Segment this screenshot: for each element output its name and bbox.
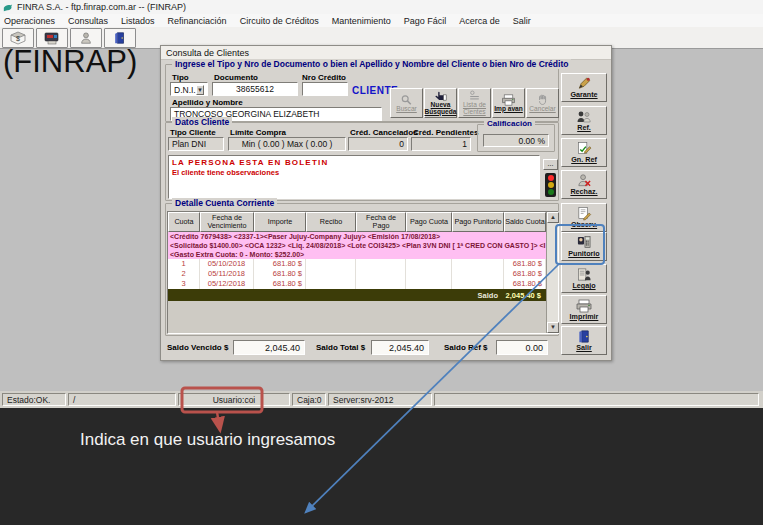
legajo-button[interactable]: Legajo: [561, 264, 607, 293]
references-people-icon: [576, 110, 592, 124]
nro-credito-input[interactable]: [302, 82, 348, 96]
garante-button[interactable]: Garante: [561, 73, 607, 102]
menu-acerca-de[interactable]: Acerca de: [459, 16, 500, 26]
scroll-up-icon[interactable]: ▲: [547, 212, 559, 223]
datos-cliente-label: Datos Cliente: [172, 117, 232, 127]
status-path: /: [68, 393, 176, 406]
exit-door-icon: [113, 31, 127, 45]
table-cell: 05/10/2018: [200, 259, 254, 269]
detalle-label: Detalle Cuenta Corriente: [172, 198, 277, 208]
consulta-de-clientes-dialog: Consulta de Clientes Ingrese el Tipo y N…: [160, 45, 612, 361]
grid-vertical-scrollbar[interactable]: ▲ ▼: [546, 212, 558, 333]
ref-button[interactable]: Ref.: [561, 106, 607, 135]
menu-listados[interactable]: Listados: [121, 16, 155, 26]
table-cell: [452, 279, 504, 289]
table-cell: [452, 259, 504, 269]
annotation-callout-text: Indica en que usuario ingresamos: [80, 430, 335, 450]
col-header-pago-cuota[interactable]: Pago Cuota: [406, 212, 452, 232]
table-cell: 1: [168, 259, 200, 269]
credit-info-row[interactable]: <Gasto Extra Cuota: 0 - Monto: $252.00>: [168, 250, 546, 259]
limite-compra-label: Límite Compra: [230, 128, 286, 137]
nro-credito-label: Nro Crédito: [302, 73, 346, 82]
col-header-saldo-cuota[interactable]: Saldo Cuota: [504, 212, 546, 232]
buscar-button[interactable]: Buscar: [390, 88, 423, 118]
calificacion-value: 0.00 %: [483, 134, 549, 147]
menu-circuito-creditos[interactable]: Circuito de Créditos: [240, 16, 319, 26]
lista-de-clientes-button[interactable]: Lista de Cientes: [458, 88, 491, 118]
salir-button[interactable]: Salir: [561, 326, 607, 355]
table-cell: [452, 269, 504, 279]
table-row[interactable]: 2 05/11/2018 681.80 $ 681.80 $: [168, 269, 546, 279]
imp-avan-button[interactable]: Imp avan: [492, 88, 525, 118]
search-group: Ingrese el Tipo y Nro de Documento o bie…: [165, 64, 559, 122]
detalle-group: Detalle Cuenta Corriente Cuota Fecha de …: [165, 203, 559, 336]
tipo-label: Tipo: [172, 73, 189, 82]
col-header-vencimiento[interactable]: Fecha de Vencimiento: [200, 212, 254, 232]
documento-input[interactable]: 38655612: [212, 82, 298, 96]
tipo-select[interactable]: D.N.I. ▼: [170, 82, 208, 96]
col-header-cuota[interactable]: Cuota: [168, 212, 200, 232]
menu-bar: Operaciones Consultas Listados Refinanci…: [0, 14, 763, 27]
scroll-down-icon[interactable]: ▼: [547, 322, 559, 333]
observaciones-alert-text: El cliente tiene observaciones: [172, 168, 279, 177]
credit-info-row[interactable]: <Solicitado $1400.00> <OCA 1232> <Liq. 2…: [168, 241, 546, 250]
chevron-down-icon[interactable]: ▼: [196, 85, 204, 95]
status-server: Server:srv-2012: [328, 393, 432, 406]
table-row[interactable]: 3 05/12/2018 681.80 $ 681.80 $: [168, 279, 546, 289]
table-cell: [356, 269, 406, 279]
saldo-summary-row: Saldo 2,045.40 $: [168, 289, 546, 301]
menu-salir[interactable]: Salir: [513, 16, 531, 26]
nueva-busqueda-button[interactable]: Nueva Búsqueda: [424, 88, 457, 118]
gn-ref-button[interactable]: Gn. Ref: [561, 138, 607, 167]
client-person-icon: [79, 31, 93, 45]
status-estado: Estado:OK.: [2, 393, 66, 406]
workspace-finrap-label: (FINRAP): [3, 44, 137, 80]
saldo-label: Saldo: [168, 291, 498, 300]
table-cell: 2: [168, 269, 200, 279]
table-cell: [406, 259, 452, 269]
col-header-recibo[interactable]: Recibo: [306, 212, 356, 232]
menu-pago-facil[interactable]: Pago Fácil: [404, 16, 447, 26]
stop-hand-icon: [537, 94, 549, 106]
col-header-pago-punitorio[interactable]: Pago Punitorio: [452, 212, 504, 232]
grid-header-row: Cuota Fecha de Vencimiento Importe Recib…: [168, 212, 558, 232]
observaciones-button[interactable]: Observ.: [561, 203, 607, 232]
col-header-fecha-pago[interactable]: Fecha de Pago: [356, 212, 406, 232]
col-header-importe[interactable]: Importe: [254, 212, 306, 232]
tipo-cliente-value: Plan DNI: [168, 137, 224, 151]
pointing-hand-icon: [434, 91, 447, 102]
cred-pendientes-value: 1: [411, 137, 471, 151]
printer-cash-icon: [43, 31, 61, 45]
documento-label: Documento: [214, 73, 258, 82]
imprimir-button[interactable]: Imprimir: [561, 295, 607, 324]
status-caja: Caja:0: [292, 393, 326, 406]
table-row[interactable]: 1 05/10/2018 681.80 $ 681.80 $: [168, 259, 546, 269]
more-observations-button[interactable]: ...: [543, 159, 558, 170]
apellido-label: Apellido y Nombre: [172, 98, 243, 107]
window-titlebar: FINRA S.A. - ftp.finrap.com.ar -- (FINRA…: [0, 0, 763, 14]
reject-person-icon: [576, 173, 592, 188]
table-cell: 681.80 $: [504, 279, 546, 289]
cancelar-button[interactable]: Cancelar: [526, 88, 559, 118]
calificacion-group: Calificación 0.00 %: [477, 124, 555, 152]
cuenta-corriente-grid: Cuota Fecha de Vencimiento Importe Recib…: [167, 211, 559, 334]
saldo-ref-label: Saldo Ref $: [444, 343, 488, 352]
saldo-ref-value: 0.00: [496, 340, 548, 355]
app-bird-icon: [3, 2, 13, 12]
tipo-selected-value: D.N.I.: [174, 85, 196, 95]
menu-operaciones[interactable]: Operaciones: [4, 16, 55, 26]
slide-background: [0, 408, 763, 525]
menu-consultas[interactable]: Consultas: [68, 16, 108, 26]
status-empty: [434, 393, 759, 406]
rechazar-button[interactable]: Rechaz.: [561, 170, 607, 199]
printer-icon: [576, 299, 592, 313]
table-cell: [356, 259, 406, 269]
menu-mantenimiento[interactable]: Mantenimiento: [332, 16, 391, 26]
menu-refinanciacion[interactable]: Refinanciación: [168, 16, 227, 26]
saldo-total-label: Saldo Total $: [316, 343, 365, 352]
punitorio-button[interactable]: Punitorio: [561, 232, 607, 261]
traffic-light-icon: [545, 173, 556, 197]
saldo-value: 2,045.40 $: [498, 291, 544, 300]
credit-info-row[interactable]: <Crédito 7679438> <2337-1><Paser Jujuy-C…: [168, 232, 546, 241]
search-buttons: Buscar Nueva Búsqueda Lista de Cientes I…: [390, 88, 560, 118]
